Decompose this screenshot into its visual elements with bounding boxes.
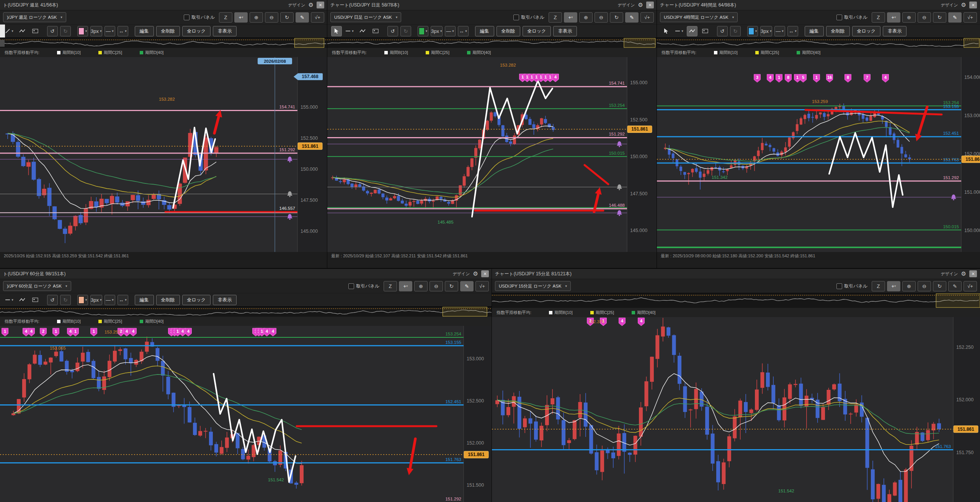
symbol-dropdown[interactable]: USD/JPY 15分足 ローソク ASK▾ [495,281,571,291]
design-button[interactable]: デザイン [288,2,305,8]
line-width-select[interactable]: 3px▾ [90,295,102,305]
gear-icon[interactable]: ⚙ [309,2,314,8]
navigator-strip[interactable] [327,38,657,48]
redo-icon[interactable]: ↻ [60,26,71,36]
symbol-dropdown[interactable]: )/JPY 週足 ローソク ASK▾ [3,12,66,22]
close-icon[interactable]: × [646,2,654,8]
design-button[interactable]: デザイン [618,2,635,8]
line-width-select[interactable]: 3px▾ [431,26,443,36]
chart-canvas-4h[interactable]: 154.000153.000152.000151.000150.000153.2… [657,57,980,252]
zoom-in-icon[interactable]: ⊕ [902,12,916,23]
close-icon[interactable]: × [969,270,977,277]
pencil-icon[interactable]: ✎ [460,281,474,291]
arrow-style-select[interactable]: ↔▾ [118,295,128,305]
z-order-icon[interactable]: Z [549,12,562,23]
zoom-out-icon[interactable]: ⊖ [265,12,278,23]
pointer-tool[interactable] [331,26,342,36]
indicator-icon[interactable]: √+ [640,12,654,23]
line-style-select[interactable]: —▾ [445,26,456,36]
color-picker[interactable]: ▾ [747,26,758,36]
trade-panel-checkbox[interactable] [184,15,189,20]
zoom-out-icon[interactable]: ⊖ [918,281,931,291]
gear-icon[interactable]: ⚙ [961,270,966,277]
close-icon[interactable]: × [969,2,977,8]
symbol-dropdown[interactable]: USD/JPY 4時間足 ローソク ASK▾ [660,12,738,22]
zoom-in-icon[interactable]: ⊕ [250,12,263,23]
lock-all-button[interactable]: 全ロック [182,26,211,36]
edit-button[interactable]: 編集 [475,26,494,36]
navigator-strip[interactable] [0,306,492,317]
image-tool[interactable] [30,295,41,305]
hide-button[interactable]: 非表示 [213,295,237,305]
undo-icon[interactable]: ↺ [717,26,728,36]
color-picker[interactable]: ▾ [77,26,88,36]
refresh-icon[interactable]: ↻ [610,12,623,23]
zoom-out-icon[interactable]: ⊖ [430,281,443,291]
indicator-icon[interactable]: √+ [964,281,977,291]
trade-panel-checkbox[interactable] [836,15,842,20]
trade-panel-checkbox[interactable] [513,15,519,20]
gear-icon[interactable]: ⚙ [638,2,643,8]
edit-button[interactable]: 編集 [135,295,154,305]
line-tool[interactable]: ▾ [4,26,15,36]
pencil-icon[interactable]: ✎ [948,281,962,291]
window-titlebar[interactable]: チャート(USD/JPY 4時間足 64/98本) デザイン ⚙ × [657,0,980,10]
navigator-strip[interactable] [0,38,327,48]
pencil-icon[interactable]: ✎ [948,12,962,23]
gear-icon[interactable]: ⚙ [473,270,478,277]
refresh-icon[interactable]: ↻ [933,281,946,291]
edit-button[interactable]: 編集 [805,26,824,36]
hide-button[interactable]: 非表示 [553,26,577,36]
symbol-dropdown[interactable]: USD/JPY 日足 ローソク ASK▾ [330,12,401,22]
hide-button[interactable]: 非表示 [883,26,906,36]
design-button[interactable]: デザイン [453,271,470,277]
close-icon[interactable]: × [481,270,489,277]
line-tool[interactable]: ▾ [4,295,15,305]
symbol-dropdown[interactable]: )/JPY 60分足 ローソク ASK▾ [3,281,71,291]
lock-all-button[interactable]: 全ロック [852,26,881,36]
trade-panel-checkbox[interactable] [836,283,842,289]
refresh-icon[interactable]: ↻ [280,12,294,23]
add-order-icon[interactable]: +▾ [887,12,900,23]
add-order-icon[interactable]: +▾ [234,12,248,23]
zoom-in-icon[interactable]: ⊕ [414,281,428,291]
arrow-style-select[interactable]: ↔▾ [787,26,798,36]
zoom-out-icon[interactable]: ⊖ [595,12,608,23]
pointer-tool[interactable] [661,26,671,36]
refresh-icon[interactable]: ↻ [445,281,458,291]
zigzag-tool[interactable] [687,26,697,36]
hide-button[interactable]: 非表示 [213,26,237,36]
window-titlebar[interactable]: ト(USD/JPY 週足 41/56本) デザイン ⚙ × [0,0,327,10]
color-picker[interactable]: ▾ [77,295,88,305]
redo-icon[interactable]: ↻ [60,295,71,305]
zigzag-tool[interactable] [17,26,28,36]
chart-canvas-15min[interactable]: 152.250152.000151.750151.763151.86121441… [492,317,980,502]
gear-icon[interactable]: ⚙ [961,2,966,8]
delete-all-button[interactable]: 全削除 [826,26,850,36]
window-titlebar[interactable]: チャート(USD/JPY 15分足 81/121本) デザイン ⚙ × [492,269,980,279]
pencil-icon[interactable]: ✎ [296,12,309,23]
indicator-icon[interactable]: √+ [311,12,324,23]
zigzag-tool[interactable] [357,26,368,36]
z-order-icon[interactable]: Z [872,281,885,291]
undo-icon[interactable]: ↺ [387,26,398,36]
edit-button[interactable]: 編集 [135,26,154,36]
close-icon[interactable]: × [317,2,324,8]
image-tool[interactable] [700,26,710,36]
line-width-select[interactable]: 3px▾ [90,26,102,36]
trade-panel-checkbox[interactable] [348,283,354,289]
z-order-icon[interactable]: Z [872,12,885,23]
delete-all-button[interactable]: 全削除 [156,295,180,305]
z-order-icon[interactable]: Z [384,281,397,291]
chart-canvas-daily[interactable]: 155.000152.500150.000147.500145.000154.7… [327,57,657,252]
line-tool[interactable]: ▾ [344,26,355,36]
line-style-select[interactable]: —▾ [105,26,115,36]
zigzag-tool[interactable] [17,295,28,305]
lock-all-button[interactable]: 全ロック [523,26,551,36]
delete-all-button[interactable]: 全削除 [497,26,520,36]
redo-icon[interactable]: ↻ [400,26,411,36]
add-order-icon[interactable]: +▾ [564,12,577,23]
delete-all-button[interactable]: 全削除 [156,26,180,36]
line-width-select[interactable]: 3px▾ [760,26,772,36]
add-order-icon[interactable]: +▾ [887,281,900,291]
